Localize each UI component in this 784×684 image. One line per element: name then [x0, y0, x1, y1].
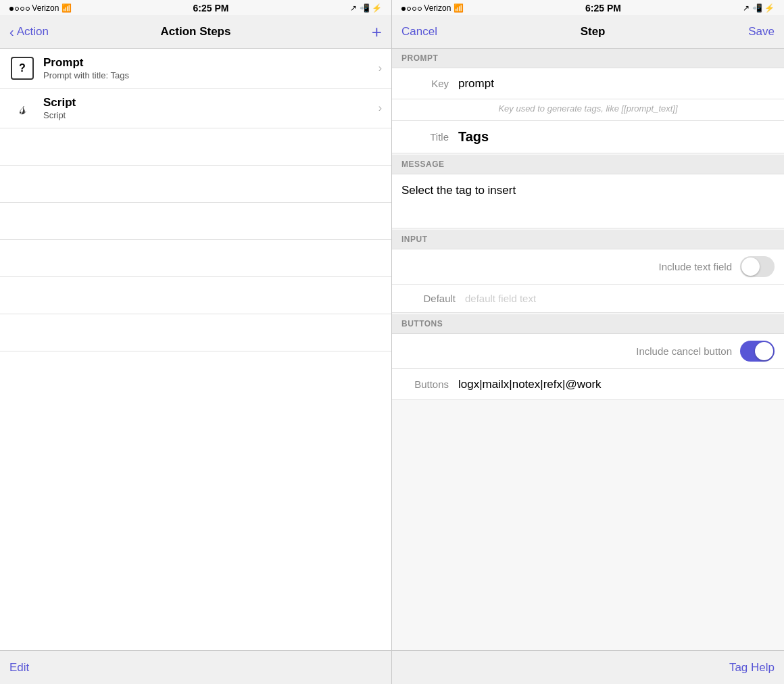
- include-textfield-label: Include text field: [401, 261, 740, 272]
- empty-row-2: [0, 166, 391, 203]
- key-hint: Key used to generate tags, like [[prompt…: [401, 103, 775, 114]
- empty-row-1: [0, 128, 391, 166]
- right-icons: ↗ 📲 ⚡: [743, 3, 775, 13]
- script-text: Script Script: [43, 96, 378, 120]
- default-label: Default: [401, 293, 456, 304]
- input-section-header: INPUT: [392, 230, 784, 249]
- message-text: Select the tag to insert: [401, 184, 516, 197]
- include-cancel-label: Include cancel button: [401, 345, 740, 357]
- prompt-title: Prompt: [43, 56, 378, 70]
- include-textfield-toggle[interactable]: [740, 256, 775, 277]
- right-time: 6:25 PM: [585, 3, 621, 14]
- prompt-chevron-icon: ›: [378, 62, 382, 74]
- left-carrier: Verizon 📶: [9, 3, 72, 13]
- prompt-text: Prompt Prompt with title: Tags: [43, 56, 378, 80]
- step-form: PROMPT Key prompt Key used to generate t…: [392, 49, 784, 650]
- save-button[interactable]: Save: [748, 25, 775, 39]
- left-nav-title: Action Steps: [161, 25, 231, 39]
- buttons-row: Buttons logx|mailx|notex|refx|@work: [392, 369, 784, 400]
- back-chevron-icon: ‹: [9, 25, 14, 39]
- list-item-prompt[interactable]: ? Prompt Prompt with title: Tags ›: [0, 49, 391, 89]
- left-time: 6:25 PM: [193, 3, 229, 14]
- title-row: Title Tags: [392, 121, 784, 153]
- right-panel: Verizon 📶 6:25 PM ↗ 📲 ⚡ Cancel Step Save…: [392, 0, 784, 684]
- action-steps-list: ? Prompt Prompt with title: Tags › 𝓈 Scr…: [0, 49, 391, 650]
- default-row: Default default field text: [392, 285, 784, 313]
- prompt-section-header: PROMPT: [392, 49, 784, 68]
- prompt-icon: ?: [11, 57, 34, 80]
- right-carrier: Verizon 📶: [401, 3, 464, 13]
- message-section-header: MESSAGE: [392, 155, 784, 174]
- left-status-bar: Verizon 📶 6:25 PM ↗ 📲 ⚡: [0, 0, 391, 15]
- title-value[interactable]: Tags: [458, 129, 489, 145]
- cancel-button[interactable]: Cancel: [401, 25, 437, 39]
- empty-row-5: [0, 277, 391, 314]
- right-nav-title: Step: [581, 25, 606, 39]
- key-value[interactable]: prompt: [458, 77, 494, 91]
- key-row: Key prompt: [392, 68, 784, 99]
- add-button[interactable]: +: [372, 23, 382, 41]
- key-hint-row: Key used to generate tags, like [[prompt…: [392, 99, 784, 121]
- buttons-label: Buttons: [401, 378, 449, 390]
- empty-row-6: [0, 314, 391, 351]
- title-label: Title: [401, 131, 449, 143]
- left-bottom-bar: Edit: [0, 650, 391, 684]
- buttons-value[interactable]: logx|mailx|notex|refx|@work: [458, 378, 602, 391]
- script-title: Script: [43, 96, 378, 109]
- script-icon: 𝓈: [20, 99, 26, 118]
- left-nav-bar: ‹ Action Action Steps +: [0, 15, 391, 49]
- include-textfield-row: Include text field: [392, 249, 784, 285]
- back-label[interactable]: Action: [17, 25, 49, 39]
- tag-help-button[interactable]: Tag Help: [729, 661, 775, 675]
- script-subtitle: Script: [43, 110, 378, 120]
- right-bottom-bar: Tag Help: [392, 650, 784, 684]
- default-placeholder[interactable]: default field text: [465, 293, 536, 304]
- left-panel: Verizon 📶 6:25 PM ↗ 📲 ⚡ ‹ Action Action …: [0, 0, 392, 684]
- right-nav-bar: Cancel Step Save: [392, 15, 784, 49]
- right-status-bar: Verizon 📶 6:25 PM ↗ 📲 ⚡: [392, 0, 784, 15]
- list-item-script[interactable]: 𝓈 Script Script ›: [0, 89, 391, 128]
- back-button[interactable]: ‹ Action: [9, 25, 49, 39]
- prompt-subtitle: Prompt with title: Tags: [43, 70, 378, 80]
- empty-row-4: [0, 240, 391, 277]
- key-label: Key: [401, 78, 449, 89]
- script-icon-container: 𝓈: [9, 95, 35, 121]
- left-icons: ↗ 📲 ⚡: [350, 3, 382, 13]
- buttons-section-header: BUTTONS: [392, 314, 784, 334]
- message-area[interactable]: Select the tag to insert: [392, 174, 784, 228]
- edit-button[interactable]: Edit: [9, 661, 29, 675]
- empty-row-3: [0, 203, 391, 240]
- prompt-icon-container: ?: [9, 55, 35, 81]
- include-cancel-toggle[interactable]: [740, 341, 775, 362]
- include-cancel-row: Include cancel button: [392, 334, 784, 369]
- script-chevron-icon: ›: [378, 102, 382, 114]
